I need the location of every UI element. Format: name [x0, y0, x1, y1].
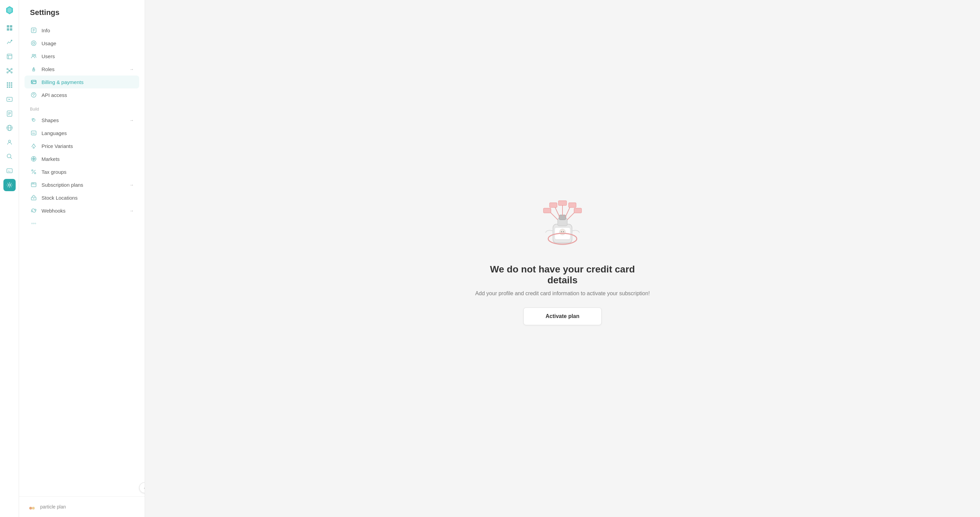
subscription-plans-icon — [30, 182, 37, 188]
rail-analytics-icon[interactable] — [3, 36, 16, 48]
logo-icon[interactable] — [3, 4, 16, 16]
sidebar-title: Settings — [19, 0, 145, 24]
usage-icon — [30, 40, 37, 46]
svg-point-72 — [33, 183, 34, 184]
rail-dashboard-icon[interactable] — [3, 22, 16, 34]
svg-point-88 — [561, 231, 562, 232]
svg-text:Az: Az — [8, 170, 11, 173]
users-label: Users — [41, 53, 55, 59]
svg-rect-23 — [9, 84, 10, 86]
svg-line-92 — [555, 207, 560, 217]
webhooks-arrow: → — [129, 208, 134, 213]
svg-rect-52 — [31, 80, 36, 84]
stock-locations-icon — [30, 195, 37, 201]
svg-point-47 — [33, 42, 35, 44]
svg-rect-22 — [7, 84, 8, 86]
svg-point-37 — [7, 154, 11, 158]
svg-point-67 — [32, 170, 33, 171]
sidebar-item-shapes[interactable]: Shapes → — [24, 114, 139, 127]
rail-language-icon[interactable]: Az — [3, 165, 16, 177]
info-icon — [30, 27, 37, 33]
users-icon — [30, 53, 37, 59]
markets-label: Markets — [41, 156, 60, 162]
svg-rect-21 — [11, 82, 12, 84]
activate-plan-button[interactable]: Activate plan — [523, 308, 601, 325]
svg-point-81 — [32, 507, 35, 509]
svg-rect-25 — [7, 86, 8, 88]
languages-icon: Az — [30, 130, 37, 136]
svg-rect-91 — [543, 208, 551, 213]
sidebar-item-tax-groups[interactable]: Tax groups — [24, 165, 139, 178]
shapes-arrow: → — [129, 118, 134, 123]
svg-point-76 — [31, 211, 33, 212]
sidebar-item-markets[interactable]: Markets — [24, 152, 139, 165]
svg-line-38 — [10, 157, 12, 159]
rail-integrations-icon[interactable] — [3, 122, 16, 134]
rail-customers-icon[interactable] — [3, 136, 16, 148]
stock-locations-label: Stock Locations — [41, 195, 78, 201]
svg-rect-27 — [11, 86, 12, 88]
svg-rect-97 — [569, 203, 576, 208]
panel-title: We do not have your credit card details — [474, 264, 651, 286]
svg-point-51 — [33, 70, 34, 70]
roles-label: Roles — [41, 66, 54, 72]
svg-rect-26 — [9, 86, 10, 88]
rail-grid-icon[interactable] — [3, 79, 16, 91]
sidebar-item-price-variants[interactable]: Price Variants — [24, 140, 139, 152]
markets-icon — [30, 156, 37, 162]
sidebar-item-webhooks[interactable]: Webhooks → — [24, 204, 139, 217]
svg-point-87 — [559, 229, 566, 235]
rail-nodes-icon[interactable] — [3, 65, 16, 77]
billing-label: Billing & payments — [41, 79, 83, 85]
languages-label: Languages — [41, 130, 67, 136]
billing-icon — [30, 79, 37, 85]
webhooks-label: Webhooks — [41, 208, 66, 214]
rail-settings-icon[interactable] — [3, 179, 16, 191]
svg-point-49 — [34, 54, 36, 56]
svg-rect-95 — [558, 201, 566, 205]
svg-point-68 — [34, 173, 36, 174]
plan-icon — [27, 502, 37, 512]
sidebar-item-api[interactable]: API access — [24, 89, 139, 101]
rail-catalogue-icon[interactable] — [3, 50, 16, 63]
shapes-label: Shapes — [41, 117, 59, 123]
sidebar-item-subscription-plans[interactable]: Subscription plans → — [24, 178, 139, 191]
svg-point-46 — [31, 41, 36, 46]
webhooks-icon — [30, 208, 37, 214]
svg-rect-19 — [7, 82, 8, 84]
svg-rect-4 — [7, 28, 9, 31]
svg-line-96 — [565, 207, 570, 217]
svg-rect-99 — [574, 208, 582, 213]
roles-icon — [30, 66, 37, 72]
credit-card-illustration — [532, 192, 593, 253]
sidebar-item-users[interactable]: Users — [24, 50, 139, 63]
svg-point-71 — [32, 183, 33, 184]
rail-media-icon[interactable] — [3, 93, 16, 105]
subscription-plans-arrow: → — [129, 182, 134, 187]
svg-rect-20 — [9, 82, 10, 84]
sidebar-item-more[interactable] — [24, 217, 139, 230]
svg-point-78 — [33, 223, 34, 224]
sidebar-item-roles[interactable]: Roles → — [24, 63, 139, 76]
svg-rect-2 — [7, 25, 9, 27]
roles-arrow: → — [129, 67, 134, 72]
svg-line-66 — [32, 170, 35, 173]
svg-point-89 — [563, 231, 564, 232]
sidebar-item-usage[interactable]: Usage — [24, 37, 139, 50]
svg-rect-93 — [550, 203, 557, 208]
svg-point-77 — [32, 223, 33, 224]
sidebar-footer: particle plan — [19, 496, 145, 517]
shapes-icon — [30, 117, 37, 123]
api-icon — [30, 92, 37, 98]
build-section-label: Build — [24, 101, 139, 114]
api-label: API access — [41, 92, 67, 98]
svg-rect-54 — [32, 82, 33, 83]
rail-orders-icon[interactable] — [3, 108, 16, 120]
rail-search-icon[interactable] — [3, 150, 16, 163]
subscription-plans-label: Subscription plans — [41, 182, 83, 188]
sidebar-item-languages[interactable]: Az Languages — [24, 127, 139, 140]
sidebar-item-billing[interactable]: Billing & payments — [24, 76, 139, 89]
sidebar-item-info[interactable]: Info — [24, 24, 139, 37]
sidebar-item-stock-locations[interactable]: Stock Locations — [24, 191, 139, 204]
icon-rail: Az — [0, 0, 19, 517]
